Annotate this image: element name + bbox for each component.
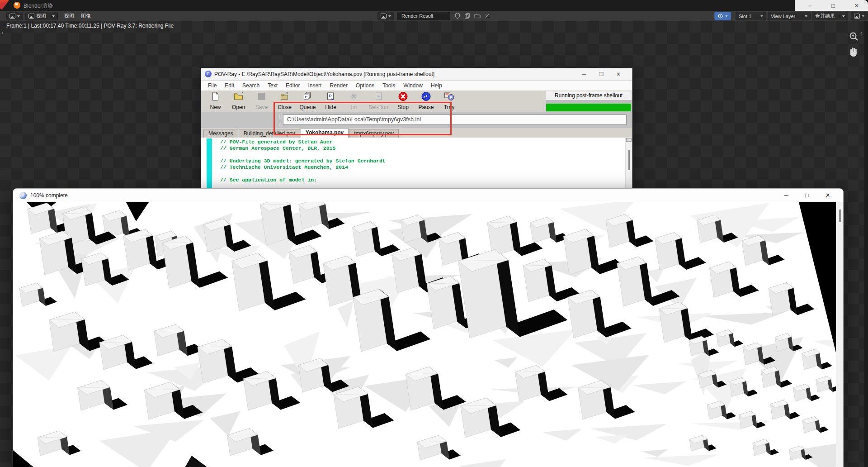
view-mode-dropdown[interactable]: 视图 — [25, 12, 58, 20]
povray-progress-fill — [546, 104, 631, 111]
render-status-text: Frame:1 | Last:00:17.40 Time:00:11.25 | … — [6, 23, 174, 29]
expand-sidebar-arrow[interactable]: › — [1, 29, 3, 36]
duplicate-image-icon[interactable] — [464, 12, 472, 20]
chevron-down-icon — [17, 15, 20, 17]
menu-insert[interactable]: Insert — [304, 82, 326, 89]
zoom-tool-icon[interactable] — [848, 31, 860, 44]
menu-file[interactable]: File — [204, 82, 221, 89]
chevron-down-icon — [862, 15, 864, 17]
render-pass-dropdown[interactable]: 合并结果 — [812, 12, 848, 20]
open-folder-icon — [233, 91, 244, 104]
render-window-title: 100% complete — [30, 192, 68, 199]
render-scrollbar-thumb[interactable] — [839, 210, 841, 222]
render-pass-value: 合并结果 — [815, 13, 835, 19]
fake-user-shield-icon[interactable] — [454, 12, 462, 20]
povray-close-button[interactable]: ✕ — [610, 69, 627, 80]
scrollbar-thumb[interactable] — [628, 150, 630, 170]
blender-minimize-button[interactable]: ─ — [803, 2, 816, 10]
menu-edit[interactable]: Edit — [221, 82, 238, 89]
svg-text:P: P — [329, 94, 332, 98]
save-button: Save — [250, 91, 273, 111]
menu-image[interactable]: 图像 — [78, 12, 94, 20]
slot-value: Slot 1 — [739, 14, 751, 19]
scrollbar-splitter-box[interactable] — [626, 138, 632, 142]
unlink-x-icon[interactable] — [484, 12, 492, 20]
render-maximize-button[interactable]: □ — [797, 189, 817, 202]
image-name-field[interactable]: Render Result — [397, 12, 450, 20]
blender-header: 视图 视图 图像 Render Result Slot 1 View Layer… — [0, 11, 868, 21]
chevron-down-icon — [760, 15, 763, 17]
menu-view[interactable]: 视图 — [61, 12, 77, 20]
povray-menubar: FileEditSearchTextEditorInsertRenderOpti… — [201, 81, 632, 91]
pan-hand-icon[interactable] — [848, 45, 859, 59]
pov-source-code[interactable]: // POV-File generated by Stefan Auer // … — [220, 139, 423, 191]
new-file-icon — [210, 91, 221, 104]
povray-editor-area[interactable]: // POV-File generated by Stefan Auer // … — [201, 138, 632, 191]
povray-render-icon — [19, 192, 27, 199]
rendered-city-image — [13, 202, 836, 467]
povray-window-title: POV-Ray - E:\RaySAR\RaySAR\Model\Object\… — [214, 71, 434, 77]
tab-messages[interactable]: Messages — [203, 129, 238, 138]
menu-search[interactable]: Search — [238, 82, 264, 89]
open-image-folder-icon[interactable] — [474, 12, 482, 20]
annotation-rectangle — [274, 102, 452, 135]
new-button[interactable]: New — [204, 91, 227, 111]
render-minimize-button[interactable]: ─ — [776, 189, 796, 202]
chevron-down-icon — [725, 15, 728, 17]
menu-options[interactable]: Options — [352, 82, 378, 89]
editor-scrollbar[interactable] — [625, 138, 632, 191]
view-layer-value: View Layer — [771, 14, 795, 19]
slot-dropdown[interactable]: Slot 1 — [736, 12, 766, 20]
view-mode-value: 视图 — [36, 13, 46, 19]
display-channels-dropdown[interactable] — [851, 12, 868, 20]
collapse-panel-arrow[interactable]: ‹ — [860, 30, 862, 36]
menu-tools[interactable]: Tools — [378, 82, 399, 89]
save-icon — [256, 91, 267, 104]
render-window-titlebar[interactable]: 100% complete ─ □ ✕ — [13, 189, 844, 202]
povray-progress-bar — [546, 104, 631, 111]
toolbar-button-label: New — [210, 104, 221, 110]
svg-text:z: z — [426, 94, 428, 97]
image-pin-button[interactable] — [714, 12, 731, 20]
render-close-button[interactable]: ✕ — [818, 189, 838, 202]
menu-help[interactable]: Help — [427, 82, 446, 89]
render-result-window: 100% complete ─ □ ✕ — [13, 188, 844, 467]
toolbar-button-label: Open — [232, 104, 245, 110]
image-icon — [854, 14, 860, 19]
povray-render-status: Running post-frame shellout — [546, 91, 632, 112]
editor-type-dropdown[interactable] — [6, 12, 23, 20]
blender-logo-icon — [14, 2, 20, 9]
chevron-down-icon — [52, 15, 55, 17]
background-window-sliver — [0, 0, 9, 10]
povray-maximize-button[interactable]: ❒ — [593, 69, 610, 80]
svg-text:P: P — [305, 95, 308, 99]
image-editor-icon — [9, 14, 15, 19]
blender-titlebar: Blender渲染 — [0, 0, 868, 11]
povray-titlebar[interactable]: P POV-Ray - E:\RaySAR\RaySAR\Model\Objec… — [201, 68, 632, 80]
image-browse-dropdown[interactable] — [377, 12, 394, 20]
image-icon — [28, 14, 34, 19]
render-scrollbar[interactable] — [836, 202, 844, 467]
menu-editor[interactable]: Editor — [282, 82, 304, 89]
right-edge-scroll-strip[interactable] — [864, 21, 868, 467]
toolbar-button-label: Save — [255, 104, 268, 110]
chevron-down-icon — [842, 15, 845, 17]
blender-window-title: Blender渲染 — [24, 2, 53, 10]
image-icon — [381, 14, 387, 19]
change-marker-bar — [207, 138, 212, 191]
povray-status-label: Running post-frame shellout — [546, 91, 632, 100]
blender-close-button[interactable]: ✕ — [850, 2, 863, 10]
sphere-icon — [717, 13, 723, 19]
povray-minimize-button[interactable]: ─ — [576, 69, 593, 80]
menu-render[interactable]: Render — [326, 82, 351, 89]
chevron-down-icon — [805, 15, 807, 17]
svg-text:P: P — [450, 95, 453, 100]
open-button[interactable]: Open — [227, 91, 250, 111]
view-layer-dropdown[interactable]: View Layer — [768, 12, 811, 20]
menu-window[interactable]: Window — [399, 82, 427, 89]
blender-maximize-button[interactable]: □ — [826, 2, 840, 10]
povray-app-icon: P — [205, 71, 212, 77]
chevron-down-icon — [388, 15, 391, 17]
blender-window-controls: ─ □ ✕ — [795, 0, 868, 12]
menu-text[interactable]: Text — [264, 82, 282, 89]
